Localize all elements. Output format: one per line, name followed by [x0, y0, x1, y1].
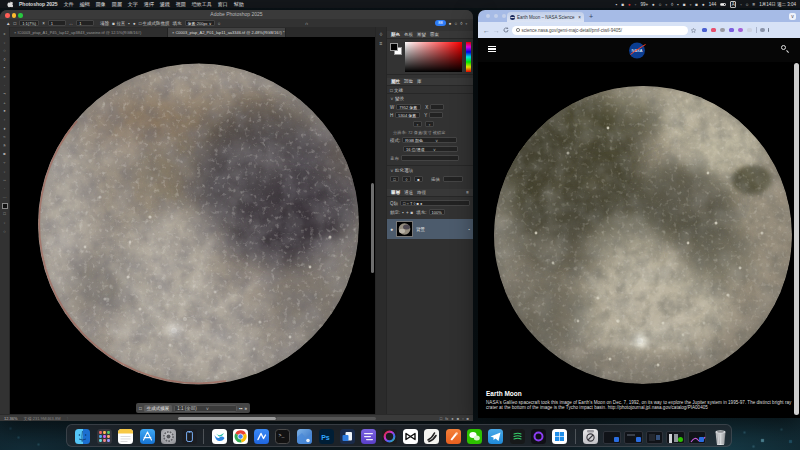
svg-text:>_: >_	[278, 433, 285, 439]
svg-text:Ps: Ps	[321, 434, 330, 441]
